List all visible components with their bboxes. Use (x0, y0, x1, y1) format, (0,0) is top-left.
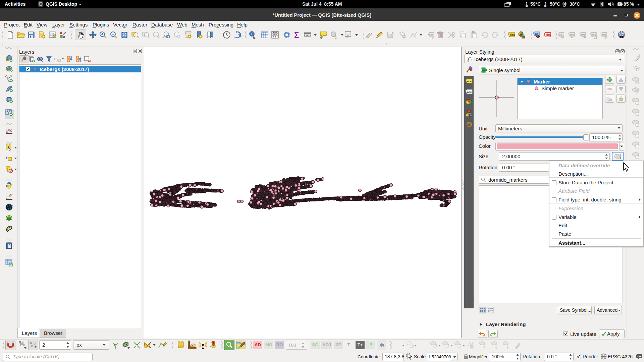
svg-text:ƒ: ƒ (483, 345, 485, 349)
svg-text:abc: abc (467, 90, 472, 94)
svg-text:1:1: 1:1 (154, 34, 158, 36)
svg-text:ε: ε (6, 155, 8, 160)
svg-text:abc: abc (581, 33, 585, 36)
svg-text:abc: abc (546, 33, 551, 37)
svg-text:abc: abc (467, 80, 472, 83)
svg-text:abc: abc (570, 33, 574, 36)
svg-text:ε: ε (54, 56, 56, 61)
svg-text:abc: abc (602, 33, 606, 36)
svg-text:Σ: Σ (294, 31, 299, 39)
svg-text:d: d (495, 345, 497, 349)
svg-text:a: a (63, 35, 65, 39)
svg-text:T: T (347, 32, 350, 37)
svg-text:ƒ: ƒ (507, 345, 509, 349)
svg-text:?: ? (9, 244, 11, 248)
svg-text:abc: abc (510, 33, 515, 37)
svg-text:abc: abc (429, 33, 434, 36)
